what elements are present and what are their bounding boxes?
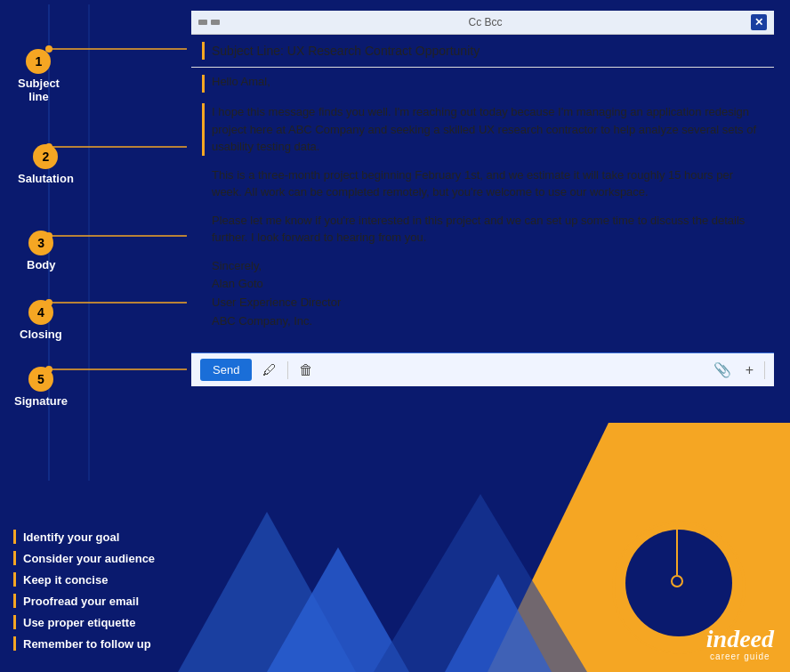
- signature-block: Sincerely, Alan Goto User Experience Dir…: [212, 257, 341, 331]
- body-section-2: This is a three-month project beginning …: [202, 166, 763, 201]
- email-toolbar: Send 🖊 🗑 📎 +: [191, 352, 774, 386]
- tip-4-label: Proofread your email: [23, 595, 139, 608]
- toolbar-separator-1: [287, 361, 288, 379]
- tip-6-label: Remember to follow up: [23, 637, 151, 651]
- add-icon[interactable]: +: [742, 360, 757, 380]
- email-window: Cc Bcc ✕ Subject Line: UX Research Contr…: [191, 11, 774, 386]
- body-para-1: I hope this message finds you well. I'm …: [212, 103, 763, 156]
- body-para-2: This is a three-month project beginning …: [212, 166, 763, 201]
- tip-1: Identify your goal: [13, 526, 155, 547]
- indeed-brand: indeed: [706, 627, 774, 652]
- tip-bar-5: [13, 615, 16, 629]
- label-1-number: 1: [26, 49, 51, 74]
- label-3-number: 3: [28, 231, 53, 255]
- salutation-bar: [202, 75, 205, 93]
- tip-2: Consider your audience: [13, 547, 155, 569]
- closing-section: Please let me know if you're interested …: [202, 212, 763, 247]
- label-5-text: Signature: [14, 394, 68, 408]
- subject-line: Subject Line: UX Research Contract Oppor…: [212, 44, 480, 58]
- triangle-4: [445, 574, 552, 672]
- label-5-group: 5 Signature: [14, 367, 68, 408]
- page-wrapper: 1 Subject line 2 Salutation 3 Body 4 Clo…: [0, 0, 790, 672]
- window-dot-1: [198, 20, 207, 25]
- label-1-text: Subject line: [18, 77, 60, 103]
- tip-2-label: Consider your audience: [23, 552, 155, 565]
- tip-1-label: Identify your goal: [23, 530, 119, 544]
- delete-icon[interactable]: 🗑: [295, 360, 317, 380]
- toolbar-separator-2: [764, 361, 765, 379]
- label-2-number: 2: [33, 144, 58, 169]
- tip-3-label: Keep it concise: [23, 573, 108, 587]
- tip-6: Remember to follow up: [13, 633, 155, 654]
- sig-line-2: Alan Goto: [212, 275, 341, 294]
- label-4-number: 4: [28, 300, 53, 325]
- tip-bar-3: [13, 572, 16, 587]
- subject-bar: [202, 42, 205, 60]
- sig-line-3: User Experience Director: [212, 294, 341, 312]
- small-circle: [671, 575, 683, 587]
- label-2-text: Salutation: [18, 172, 74, 185]
- email-titlebar: Cc Bcc ✕: [191, 11, 774, 35]
- vert-line-right: [676, 504, 678, 575]
- close-button[interactable]: ✕: [751, 14, 767, 30]
- salutation-section: Hello Amal,: [202, 75, 763, 93]
- tip-3: Keep it concise: [13, 569, 155, 590]
- tip-bar-6: [13, 636, 16, 651]
- email-subject-row: Subject Line: UX Research Contract Oppor…: [191, 35, 774, 68]
- indeed-tagline: career guide: [706, 652, 774, 661]
- signature-section: Sincerely, Alan Goto User Experience Dir…: [202, 257, 763, 331]
- label-4-group: 4 Closing: [20, 300, 62, 341]
- window-dots: [198, 20, 220, 25]
- salutation-text: Hello Amal,: [212, 75, 270, 88]
- window-dot-2: [211, 20, 220, 25]
- send-button[interactable]: Send: [200, 359, 252, 381]
- toolbar-right: 📎 +: [710, 360, 765, 380]
- indeed-logo: indeed career guide: [706, 627, 774, 661]
- label-2-group: 2 Salutation: [18, 144, 74, 185]
- body-bar-1: [202, 103, 205, 156]
- sig-line-1: Sincerely,: [212, 257, 341, 276]
- label-1-group: 1 Subject line: [18, 49, 60, 103]
- body-section-1: I hope this message finds you well. I'm …: [202, 103, 763, 156]
- format-icon[interactable]: 🖊: [259, 360, 280, 380]
- tip-bar-2: [13, 551, 16, 565]
- label-4-text: Closing: [20, 328, 62, 341]
- tips-section: Identify your goal Consider your audienc…: [13, 526, 155, 654]
- closing-text: Please let me know if you're interested …: [212, 212, 763, 247]
- sig-line-4: ABC Company, Inc.: [212, 312, 341, 331]
- tip-4: Proofread your email: [13, 590, 155, 611]
- label-3-group: 3 Body: [27, 231, 56, 271]
- tip-5-label: Use proper etiquette: [23, 616, 135, 629]
- attach-icon[interactable]: 📎: [710, 360, 735, 380]
- email-body: Hello Amal, I hope this message finds yo…: [191, 68, 774, 352]
- label-5-number: 5: [28, 367, 53, 392]
- tip-5: Use proper etiquette: [13, 611, 155, 633]
- tip-bar-1: [13, 530, 16, 544]
- cc-bcc-label: Cc Bcc: [468, 16, 502, 28]
- label-3-text: Body: [27, 258, 56, 271]
- tip-bar-4: [13, 594, 16, 608]
